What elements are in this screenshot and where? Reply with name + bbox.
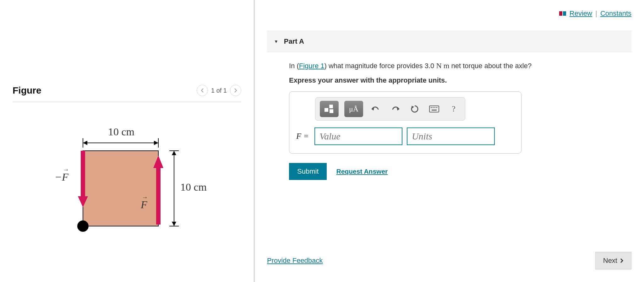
svg-rect-31 xyxy=(432,110,437,111)
units-button[interactable]: μÅ xyxy=(344,101,363,117)
next-label: Next xyxy=(603,257,617,265)
force-positive-label: F→ xyxy=(141,199,147,211)
top-links: Review | Constants xyxy=(267,9,631,18)
figure-next-button[interactable] xyxy=(230,85,241,96)
chevron-left-icon xyxy=(200,88,204,93)
figure-panel: Figure 1 of 1 xyxy=(0,0,254,282)
figure-diagram: 10 cm 10 cm −F→ F→ xyxy=(33,121,221,278)
svg-marker-6 xyxy=(172,151,176,155)
svg-rect-18 xyxy=(325,108,328,112)
review-link[interactable]: Review xyxy=(570,9,592,17)
redo-button[interactable] xyxy=(388,102,402,116)
answer-instructions: Express your answer with the appropriate… xyxy=(289,76,631,84)
svg-rect-17 xyxy=(563,11,566,16)
figure-pager-label: 1 of 1 xyxy=(211,87,227,94)
collapse-icon: ▼ xyxy=(274,39,278,44)
part-label: Part A xyxy=(284,37,304,46)
units-button-label: μÅ xyxy=(349,105,358,113)
svg-rect-29 xyxy=(434,107,435,108)
figure-ref-link[interactable]: Figure 1 xyxy=(299,62,325,70)
chevron-right-icon xyxy=(234,88,237,93)
keyboard-button[interactable] xyxy=(427,102,441,116)
svg-rect-26 xyxy=(429,106,439,112)
svg-marker-2 xyxy=(154,141,158,145)
chevron-right-icon xyxy=(620,258,624,263)
redo-icon xyxy=(391,105,400,113)
request-answer-link[interactable]: Request Answer xyxy=(336,168,388,175)
undo-button[interactable] xyxy=(369,102,383,116)
keyboard-icon xyxy=(429,106,439,112)
help-button[interactable]: ? xyxy=(447,102,461,116)
svg-rect-28 xyxy=(433,107,434,108)
reset-icon xyxy=(410,105,419,113)
figure-title: Figure xyxy=(13,85,41,96)
svg-rect-27 xyxy=(431,107,432,108)
figure-pager: 1 of 1 xyxy=(197,85,241,96)
figure-prev-button[interactable] xyxy=(197,85,208,96)
svg-marker-1 xyxy=(83,141,87,145)
answer-toolbar: μÅ ? xyxy=(315,97,465,121)
answer-box: μÅ ? xyxy=(289,91,521,154)
templates-button[interactable] xyxy=(320,101,339,117)
svg-rect-22 xyxy=(330,105,333,108)
reset-button[interactable] xyxy=(408,102,422,116)
provide-feedback-link[interactable]: Provide Feedback xyxy=(267,257,323,265)
templates-icon xyxy=(324,104,335,114)
dim-top-label: 10 cm xyxy=(108,126,134,138)
force-negative-label: −F→ xyxy=(55,171,68,183)
svg-rect-30 xyxy=(436,107,437,108)
svg-marker-7 xyxy=(172,222,176,226)
part-header[interactable]: ▼ Part A xyxy=(267,31,631,52)
answer-prefix: F = xyxy=(296,132,309,141)
undo-icon xyxy=(371,105,380,113)
link-separator: | xyxy=(595,9,597,17)
next-button[interactable]: Next xyxy=(595,252,631,269)
question-panel: Review | Constants ▼ Part A In (Figure 1… xyxy=(254,0,644,282)
dim-right-label: 10 cm xyxy=(180,181,207,193)
svg-point-11 xyxy=(77,220,89,232)
book-icon xyxy=(559,10,566,18)
constants-link[interactable]: Constants xyxy=(600,9,631,17)
submit-button[interactable]: Submit xyxy=(289,163,327,180)
value-input[interactable] xyxy=(314,127,402,145)
help-label: ? xyxy=(452,104,456,114)
svg-rect-10 xyxy=(83,151,158,226)
svg-marker-25 xyxy=(412,106,414,109)
question-text: In (Figure 1) what magnitude force provi… xyxy=(289,62,631,70)
svg-rect-21 xyxy=(330,109,333,113)
units-input[interactable] xyxy=(407,127,495,145)
svg-rect-16 xyxy=(559,11,562,16)
